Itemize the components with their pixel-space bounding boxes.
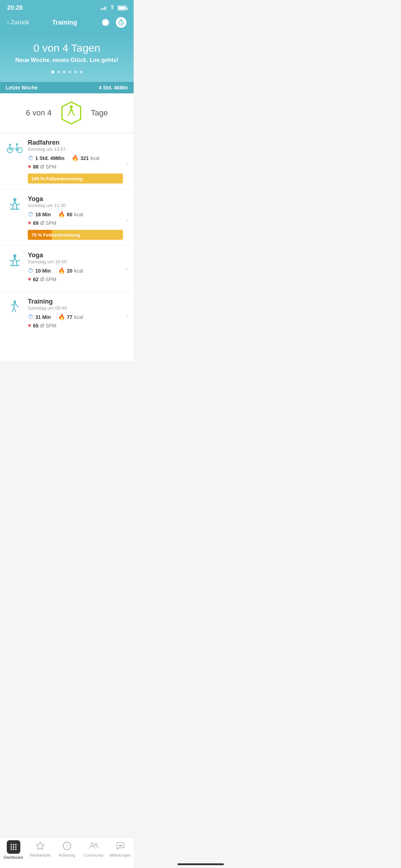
- duration-stat-yoga2: ⏱ 10 Min: [28, 267, 51, 274]
- chevron-training: ›: [126, 311, 128, 319]
- heart-stat-yoga2: ♥ 62 Ø SPM: [28, 276, 123, 283]
- timer-icon[interactable]: [116, 17, 127, 28]
- back-chevron: ‹: [7, 19, 9, 26]
- dot-2[interactable]: [57, 71, 60, 73]
- status-bar: 20:28: [0, 0, 134, 14]
- kcal-stat-yoga1: 🔥 60 kcal: [58, 211, 83, 218]
- signal-icon: [101, 6, 107, 10]
- chevron-yoga1: ›: [126, 217, 128, 224]
- status-icons: [101, 5, 127, 11]
- workout-time-yoga1: Sonntag um 11:30: [28, 203, 123, 208]
- workout-details-yoga2: Yoga Samstag um 16:00 ⏱ 10 Min 🔥 20 kcal…: [28, 252, 123, 286]
- workout-time-yoga2: Samstag um 16:00: [28, 259, 123, 264]
- status-time: 20:28: [7, 4, 22, 11]
- workout-item-cycling[interactable]: Radfahren Sonntag um 13:57 ⏱ 1 Std. 49Mi…: [0, 133, 134, 189]
- hexagon-badge: [59, 100, 84, 125]
- workout-list: Radfahren Sonntag um 13:57 ⏱ 1 Std. 49Mi…: [0, 133, 134, 361]
- progress-label: Tage: [91, 108, 108, 118]
- heart-stat-training: ♥ 65 Ø SPM: [28, 322, 123, 329]
- progress-section: 6 von 4 Tage: [0, 93, 134, 133]
- cycling-icon: [6, 140, 24, 157]
- workout-time-cycling: Sonntag um 13:57: [28, 146, 123, 152]
- wifi-icon: [109, 5, 115, 11]
- last-week-duration: 4 Std. 46Min: [99, 85, 128, 91]
- workout-item-yoga2[interactable]: Yoga Samstag um 16:00 ⏱ 10 Min 🔥 20 kcal…: [0, 246, 134, 292]
- nav-bar: ‹ Zurück Training: [0, 14, 134, 33]
- settings-icon[interactable]: [100, 17, 111, 28]
- heart-stat-yoga1: ♥ 69 Ø SPM: [28, 220, 123, 226]
- chevron-cycling: ›: [126, 160, 128, 168]
- dot-6[interactable]: [80, 71, 83, 73]
- workout-item-training[interactable]: Training Samstag um 09:49 ⏱ 31 Min 🔥 77 …: [0, 292, 134, 361]
- back-button[interactable]: ‹ Zurück: [7, 19, 29, 26]
- workout-name-training: Training: [28, 298, 123, 305]
- workout-item-yoga1[interactable]: Yoga Sonntag um 11:30 ⏱ 18 Min 🔥 60 kcal…: [0, 189, 134, 246]
- workout-details-cycling: Radfahren Sonntag um 13:57 ⏱ 1 Std. 49Mi…: [28, 139, 123, 189]
- last-week-label: Letzte Woche: [6, 85, 38, 91]
- dot-4[interactable]: [68, 71, 71, 73]
- kcal-stat-yoga2: 🔥 20 kcal: [58, 267, 83, 274]
- workout-name-cycling: Radfahren: [28, 139, 123, 146]
- workout-details-training: Training Samstag um 09:49 ⏱ 31 Min 🔥 77 …: [28, 298, 123, 332]
- page-dots: [7, 71, 127, 76]
- workout-details-yoga1: Yoga Sonntag um 11:30 ⏱ 18 Min 🔥 60 kcal…: [28, 195, 123, 246]
- hero-title: 0 von 4 Tagen: [7, 42, 127, 54]
- kcal-stat-training: 🔥 77 kcal: [58, 314, 83, 320]
- fat-bar-yoga1: 75 % Fettverbrennung: [28, 230, 123, 240]
- workout-time-training: Samstag um 09:49: [28, 305, 123, 311]
- kcal-stat-cycling: 🔥 321 kcal: [72, 155, 99, 161]
- hero-section: 0 von 4 Tagen Neue Woche, neues Glück. L…: [0, 33, 134, 82]
- back-label: Zurück: [11, 19, 29, 26]
- heart-stat-cycling: ♥ 88 Ø SPM: [28, 164, 123, 170]
- fat-bar-cycling: 100 % Fettverbrennung: [28, 174, 123, 184]
- battery-icon: [118, 6, 127, 10]
- duration-stat-training: ⏱ 31 Min: [28, 314, 51, 320]
- yoga-icon-2: [6, 252, 24, 270]
- workout-name-yoga2: Yoga: [28, 252, 123, 259]
- chevron-yoga2: ›: [126, 265, 128, 273]
- page-title: Training: [52, 19, 77, 26]
- duration-stat-yoga1: ⏱ 18 Min: [28, 211, 51, 218]
- training-icon: [6, 299, 24, 316]
- nav-actions: [100, 17, 127, 28]
- last-week-bar: Letzte Woche 4 Std. 46Min: [0, 82, 134, 93]
- yoga-icon-1: [6, 196, 24, 214]
- duration-stat-cycling: ⏱ 1 Std. 49Min: [28, 155, 65, 161]
- dot-3[interactable]: [63, 71, 66, 73]
- dot-1[interactable]: [51, 71, 54, 73]
- hero-subtitle: Neue Woche, neues Glück. Los gehts!: [7, 57, 127, 63]
- progress-text: 6 von 4: [26, 108, 52, 118]
- workout-name-yoga1: Yoga: [28, 195, 123, 203]
- dot-5[interactable]: [74, 71, 77, 73]
